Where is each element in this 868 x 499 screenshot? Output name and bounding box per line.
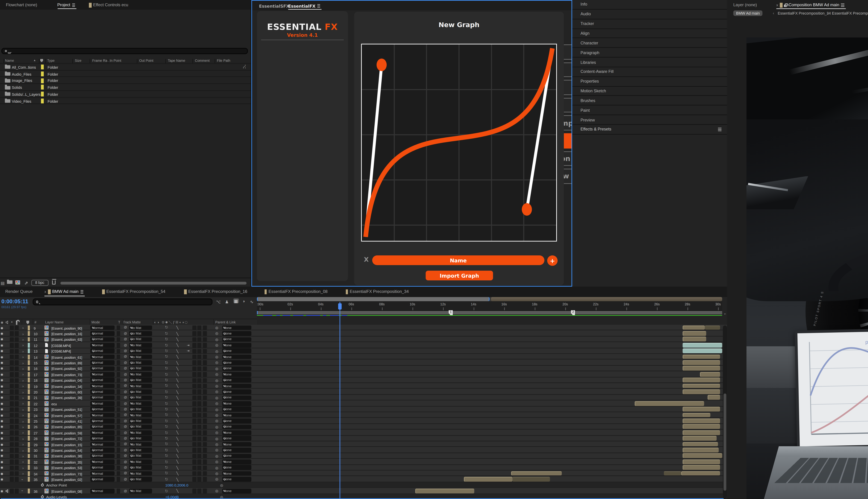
motion-blur-icon[interactable]: ◑ (242, 299, 245, 303)
expand-arrow-icon[interactable]: › (22, 460, 24, 464)
expand-arrow-icon[interactable]: › (22, 413, 24, 417)
collapse-transformations-switch[interactable]: ⎋ (165, 472, 168, 475)
video-visibility-icon[interactable]: ◉ (1, 320, 3, 324)
project-hscrollbar[interactable] (60, 281, 246, 284)
track-matte-dropdown[interactable]: No Mat (129, 424, 152, 429)
preserve-transparency-toggle[interactable] (116, 378, 120, 382)
layer-row[interactable]: ◉ › 29 [Essent..position_15] Normal @ No… (0, 441, 257, 447)
collapse-transformations-switch[interactable]: ⎋ (165, 384, 168, 388)
pickwhip-icon[interactable]: ◎ (215, 425, 218, 429)
layer-name[interactable]: [Essent..position_41] (51, 419, 82, 423)
collapse-arrow-icon[interactable]: › (20, 479, 24, 480)
preserve-transparency-toggle[interactable] (116, 448, 120, 452)
layer-name[interactable]: [Essent..position_53] (51, 466, 82, 470)
mode-dropdown[interactable]: Normal (91, 390, 115, 394)
track-matte-dropdown[interactable]: No Mat (129, 471, 152, 476)
preserve-transparency-toggle[interactable] (116, 343, 120, 348)
collapse-arrow-icon[interactable]: › (20, 490, 24, 491)
expand-arrow-icon[interactable]: › (22, 337, 24, 341)
collapse-transformations-switch[interactable]: ⎋ (165, 355, 168, 358)
track-matte-icon[interactable]: @ (124, 326, 127, 329)
timeline-vscrollbar[interactable] (723, 325, 727, 498)
track-matte-icon[interactable]: @ (124, 349, 127, 353)
eye-icon[interactable]: ◉ (1, 466, 3, 469)
preserve-transparency-toggle[interactable] (116, 349, 120, 353)
col-size[interactable]: Size (75, 59, 82, 63)
layer-duration-bar[interactable] (683, 389, 720, 394)
track-matte-icon[interactable]: @ (124, 367, 127, 370)
pickwhip-icon[interactable]: ◎ (215, 337, 218, 341)
parent-link-dropdown[interactable]: None (222, 343, 251, 348)
track-matte-dropdown[interactable]: No Mat (129, 442, 152, 447)
col-comment[interactable]: Comment (195, 59, 210, 63)
track-matte-icon[interactable]: @ (124, 454, 127, 458)
mode-dropdown[interactable]: Normal (91, 413, 115, 417)
eye-icon[interactable]: ◉ (1, 349, 3, 353)
panel-menu-icon[interactable] (317, 4, 320, 4)
layer-row[interactable]: ◉ › 21 [Essent..position_39] Normal @ No… (0, 395, 257, 401)
expand-arrow-icon[interactable]: › (22, 355, 24, 359)
mode-dropdown[interactable]: Normal (91, 384, 115, 388)
layer-duration-bar[interactable] (683, 337, 707, 342)
layer-row[interactable]: ◉ › 10 [Essent..position_16] Normal @ No… (0, 331, 257, 337)
col-type[interactable]: Type (47, 59, 55, 63)
mode-dropdown[interactable]: Normal (91, 471, 115, 476)
label-color-chip[interactable] (27, 384, 30, 388)
layer-row[interactable]: ◉ › 22 ecu Normal @ No Mat ⎋ ╲ ◎ (0, 401, 257, 406)
track-matte-dropdown[interactable]: No Mat (129, 343, 152, 348)
track-matte-icon[interactable]: @ (124, 425, 127, 428)
label-color-chip[interactable] (41, 85, 44, 90)
rocket-icon[interactable]: ⇗ (24, 280, 28, 285)
mode-dropdown[interactable]: Normal (91, 360, 115, 365)
graph-editor-icon[interactable]: ∿ (250, 299, 253, 304)
layer-row[interactable]: ◉ › 18 [Essent..position_04] Normal @ No… (0, 377, 257, 383)
track-matte-dropdown[interactable]: No Mat (129, 477, 152, 482)
eye-icon[interactable]: ◉ (1, 437, 3, 440)
mode-dropdown[interactable]: Normal (91, 325, 115, 330)
mode-dropdown[interactable]: Normal (91, 489, 115, 493)
track-matte-dropdown[interactable]: No Mat (129, 395, 152, 400)
dock-panel-tracker[interactable]: Tracker (572, 19, 727, 29)
eye-icon[interactable]: ◉ (1, 361, 3, 364)
parent-link-dropdown[interactable]: None (222, 325, 251, 330)
col-filepath[interactable]: File Path (217, 59, 230, 63)
new-composition-icon[interactable] (15, 280, 20, 284)
collapse-transformations-switch[interactable]: ⎋ (165, 338, 168, 341)
tab-essentialfx[interactable]: EssentialFX (288, 1, 322, 10)
composition-view-image[interactable]: PILOT SPORT 4 S MICHELIN Total Performan… (747, 37, 868, 499)
layer-duration-bar[interactable] (683, 378, 720, 382)
pickwhip-icon[interactable]: ◎ (215, 465, 218, 470)
col-t[interactable]: T (118, 320, 120, 324)
preserve-transparency-toggle[interactable] (116, 489, 120, 493)
expand-arrow-icon[interactable]: › (22, 349, 24, 353)
parent-link-dropdown[interactable]: None (222, 378, 251, 382)
layer-row[interactable]: ◉ › 17 [Essent..position_73] Normal @ No… (0, 372, 257, 377)
expand-arrow-icon[interactable]: › (22, 378, 24, 382)
pickwhip-icon[interactable]: ◎ (215, 384, 218, 388)
track-matte-icon[interactable]: @ (124, 472, 127, 475)
preserve-transparency-toggle[interactable] (116, 355, 120, 359)
eye-icon[interactable]: ◉ (1, 390, 3, 393)
timeline-tab-2[interactable]: EssentialFX Precomposition_54 (102, 287, 167, 297)
timeline-tab-0[interactable]: Render Queue (5, 287, 34, 297)
track-matte-dropdown[interactable]: No Mat (129, 378, 152, 382)
preserve-transparency-toggle[interactable] (116, 465, 120, 470)
frame-blend-switch[interactable]: ⇥ (187, 343, 189, 347)
layer-name[interactable]: [Essent..position_38] (51, 454, 82, 459)
quality-switch[interactable]: ╲ (177, 454, 179, 458)
pickwhip-icon[interactable]: ◎ (215, 395, 218, 400)
preserve-transparency-toggle[interactable] (116, 384, 120, 388)
parent-link-dropdown[interactable]: None (222, 489, 251, 493)
layer-row[interactable]: ◉ › 14 [Essent..position_61] Normal @ No… (0, 354, 257, 360)
layer-duration-bar[interactable] (415, 489, 474, 493)
delete-x-button[interactable]: X (364, 256, 369, 263)
eye-icon[interactable]: ◉ (1, 338, 3, 341)
collapse-transformations-switch[interactable]: ⎋ (165, 466, 168, 469)
project-item[interactable]: Video_Files Folder (0, 98, 251, 104)
layer-row[interactable]: ◉ › 25 [Essent..position_41] Normal @ No… (0, 418, 257, 424)
track-matte-icon[interactable]: @ (124, 361, 127, 364)
eye-icon[interactable]: ◉ (1, 472, 3, 475)
timeline-tab-3[interactable]: EssentialFX Precomposition_16 (184, 287, 249, 297)
col-number[interactable]: # (35, 320, 36, 324)
label-color-chip[interactable] (41, 72, 44, 76)
